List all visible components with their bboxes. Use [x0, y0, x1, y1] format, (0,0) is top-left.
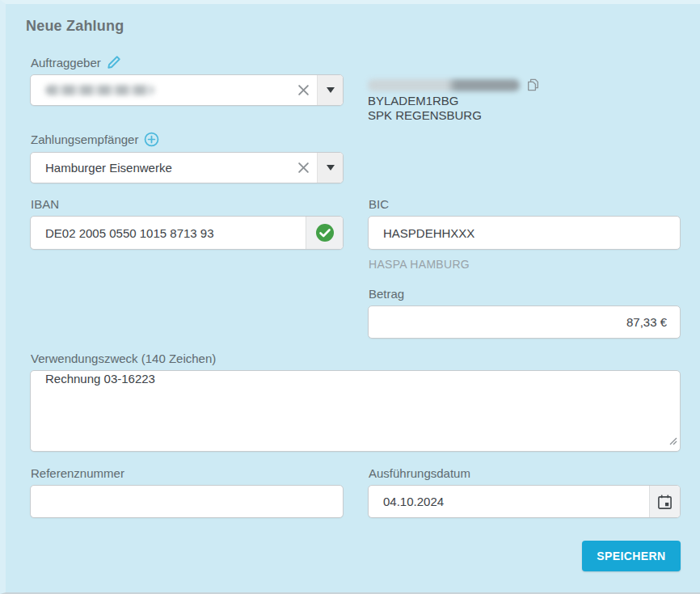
- chevron-down-icon: [327, 165, 335, 171]
- referenznummer-field: [30, 485, 344, 518]
- iban-valid-section: [306, 217, 343, 249]
- datepicker-section[interactable]: [649, 486, 680, 517]
- page-title: Neue Zahlung: [26, 18, 124, 35]
- referenznummer-label: Referenznummer: [31, 466, 124, 480]
- betrag-label: Betrag: [369, 287, 404, 301]
- valid-check-icon: [315, 223, 335, 242]
- bic-field: [368, 216, 681, 250]
- betrag-input[interactable]: [369, 306, 680, 338]
- verwendungszweck-textarea[interactable]: Rechnung 03-16223: [31, 371, 680, 451]
- payer-bic: BYLADEM1RBG: [368, 94, 539, 108]
- ausfuehrungsdatum-label: Ausführungsdatum: [369, 466, 470, 480]
- payer-bank-info: BYLADEM1RBG SPK REGENSBURG: [368, 78, 539, 123]
- bic-input[interactable]: [369, 217, 680, 249]
- verwendungszweck-label: Verwendungszweck (140 Zeichen): [31, 352, 216, 365]
- iban-label: IBAN: [31, 197, 59, 211]
- auftraggeber-clear-icon[interactable]: [289, 75, 317, 105]
- calendar-icon: [657, 494, 673, 510]
- auftraggeber-dropdown-arrow[interactable]: [317, 75, 343, 105]
- bic-label: BIC: [369, 197, 389, 211]
- chevron-down-icon: [327, 87, 335, 93]
- edit-pencil-icon[interactable]: [107, 55, 121, 70]
- auftraggeber-label-text: Auftraggeber: [31, 56, 101, 70]
- auftraggeber-combobox[interactable]: [30, 74, 344, 106]
- verwendungszweck-field: Rechnung 03-16223: [30, 370, 681, 452]
- ausfuehrungsdatum-input[interactable]: [369, 486, 649, 517]
- iban-input[interactable]: [31, 217, 306, 249]
- ausfuehrungsdatum-field: [368, 485, 681, 518]
- referenznummer-input[interactable]: [31, 486, 343, 517]
- auftraggeber-label: Auftraggeber: [31, 55, 121, 70]
- zahlungsempfaenger-combobox[interactable]: Hamburger Eisenwerke: [30, 152, 344, 183]
- bic-bank-name: HASPA HAMBURG: [369, 258, 470, 271]
- zahlungsempfaenger-dropdown-arrow[interactable]: [317, 153, 343, 183]
- betrag-field: [368, 305, 681, 339]
- zahlungsempfaenger-label: Zahlungsempfänger: [31, 132, 159, 147]
- payer-bank-name: SPK REGENSBURG: [368, 108, 539, 123]
- new-payment-panel: Neue Zahlung Auftraggeber: [0, 0, 700, 594]
- zahlungsempfaenger-clear-icon[interactable]: [289, 153, 317, 183]
- save-button[interactable]: SPEICHERN: [582, 541, 681, 571]
- iban-field: [30, 216, 344, 250]
- payer-iban-redacted: [368, 79, 520, 91]
- copy-icon[interactable]: [527, 78, 539, 91]
- add-recipient-icon[interactable]: [144, 132, 159, 147]
- auftraggeber-value-redacted: [31, 75, 289, 105]
- zahlungsempfaenger-label-text: Zahlungsempfänger: [31, 133, 138, 146]
- zahlungsempfaenger-value[interactable]: Hamburger Eisenwerke: [31, 153, 289, 183]
